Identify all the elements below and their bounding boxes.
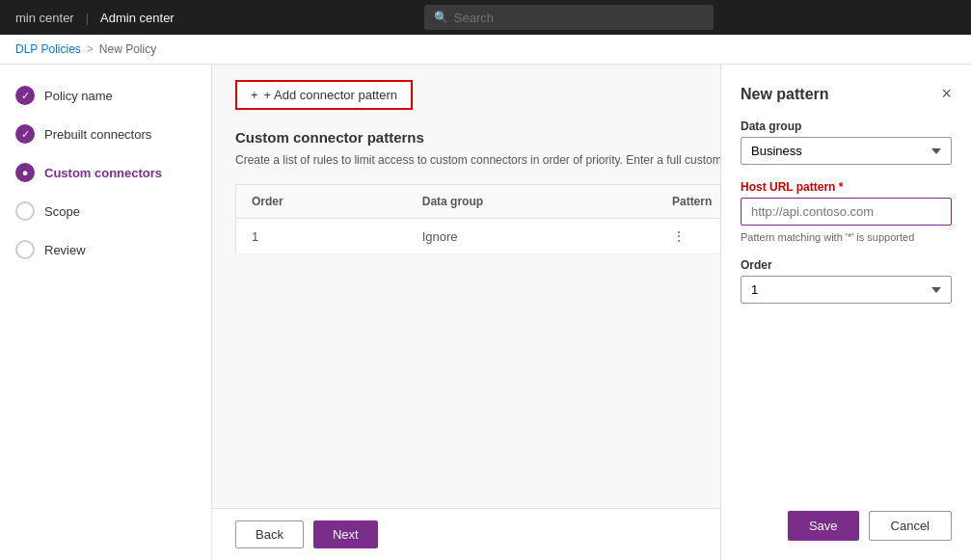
panel-close-button[interactable]: × [941, 84, 952, 104]
sidebar-item-policy-name[interactable]: ✓ Policy name [0, 76, 211, 115]
sidebar-label-custom: Custom connectors [44, 166, 162, 180]
data-group-field: Data group BusinessNon-BusinessBlockedIg… [741, 120, 952, 165]
sidebar: ✓ Policy name ✓ Prebuilt connectors ● Cu… [0, 65, 212, 560]
search-bar: 🔍 [424, 5, 714, 30]
topbar: min center | Admin center 🔍 [0, 0, 971, 35]
checkmark-icon-2: ✓ [21, 128, 30, 141]
add-connector-label: + Add connector pattern [264, 88, 397, 102]
sidebar-label-review: Review [44, 243, 86, 257]
checkmark-icon: ✓ [21, 90, 30, 102]
admin-center-label: Admin center [100, 11, 175, 25]
breadcrumb: DLP Policies > New Policy [0, 35, 971, 65]
data-group-select[interactable]: BusinessNon-BusinessBlockedIgnore [741, 137, 952, 165]
app-name: min center [15, 11, 74, 25]
step-indicator-prebuilt: ✓ [15, 124, 35, 144]
cell-data-group: Ignore [407, 219, 657, 254]
col-order: Order [236, 185, 407, 219]
step-indicator-review [15, 240, 35, 259]
cell-order: 1 [236, 219, 407, 254]
plus-icon: + [251, 88, 258, 102]
step-indicator-scope [15, 201, 35, 221]
col-data-group: Data group [407, 185, 657, 219]
main-layout: ✓ Policy name ✓ Prebuilt connectors ● Cu… [0, 65, 971, 560]
data-group-label: Data group [741, 120, 952, 133]
save-button[interactable]: Save [788, 511, 859, 541]
row-menu-icon[interactable]: ⋮ [672, 228, 686, 244]
new-pattern-panel: New pattern × Data group BusinessNon-Bus… [720, 65, 971, 560]
search-input[interactable] [454, 11, 704, 25]
breadcrumb-parent[interactable]: DLP Policies [15, 42, 81, 56]
sidebar-item-review[interactable]: Review [0, 230, 211, 269]
breadcrumb-current: New Policy [99, 42, 156, 56]
topbar-divider: | [86, 11, 89, 25]
order-label: Order [741, 258, 952, 272]
back-button[interactable]: Back [235, 520, 304, 548]
search-icon: 🔍 [434, 11, 448, 24]
sidebar-label-scope: Scope [44, 204, 80, 219]
add-connector-button[interactable]: + + Add connector pattern [235, 80, 413, 110]
next-button[interactable]: Next [313, 520, 378, 548]
order-field: Order 123 [741, 258, 952, 304]
sidebar-item-prebuilt-connectors[interactable]: ✓ Prebuilt connectors [0, 115, 211, 153]
sidebar-label-prebuilt: Prebuilt connectors [44, 127, 151, 142]
order-select[interactable]: 123 [741, 276, 952, 304]
cancel-button[interactable]: Cancel [869, 511, 952, 541]
step-indicator-policy-name: ✓ [15, 86, 35, 105]
required-star: * [839, 180, 844, 194]
sidebar-label-policy-name: Policy name [44, 89, 113, 103]
host-url-hint: Pattern matching with '*' is supported [741, 231, 952, 243]
step-indicator-custom: ● [15, 163, 35, 182]
panel-actions: Save Cancel [741, 511, 952, 541]
panel-header: New pattern × [741, 84, 952, 104]
sidebar-item-custom-connectors[interactable]: ● Custom connectors [0, 153, 211, 192]
panel-title: New pattern [741, 86, 829, 103]
host-url-label: Host URL pattern * [741, 180, 952, 194]
active-dot-icon: ● [22, 167, 29, 178]
host-url-input[interactable] [741, 198, 952, 226]
host-url-field: Host URL pattern * Pattern matching with… [741, 180, 952, 243]
sidebar-item-scope[interactable]: Scope [0, 192, 211, 230]
breadcrumb-separator: > [87, 42, 94, 56]
